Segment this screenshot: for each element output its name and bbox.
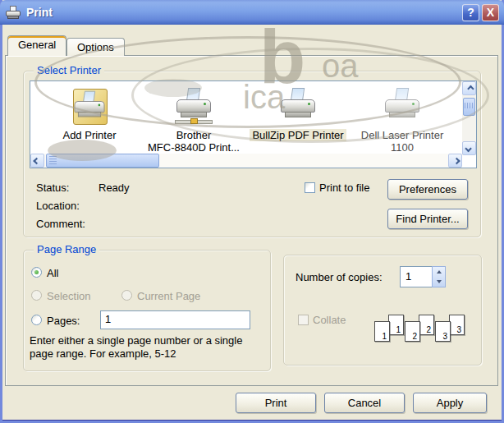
printer-item-label: Add Printer [40, 129, 139, 141]
pages-input[interactable]: 1 [100, 310, 250, 329]
pages-radio-label[interactable]: Pages: [47, 315, 80, 327]
hscroll-thumb[interactable] [46, 154, 159, 168]
scroll-right-button[interactable] [448, 154, 462, 168]
collate-pages-icon: 2 2 [405, 315, 434, 344]
current-page-radio [121, 290, 132, 301]
vscroll-thumb[interactable] [463, 98, 475, 116]
preferences-button-label: Preferences [399, 183, 456, 195]
copies-spin-buttons [432, 266, 446, 287]
find-printer-button[interactable]: Find Printer... [387, 209, 468, 229]
comment-label: Comment: [36, 218, 85, 230]
printer-item-dell[interactable]: Dell Laser Printer 1100 [353, 87, 451, 155]
collate-checkbox [298, 315, 309, 325]
chevron-right-icon [453, 157, 460, 163]
printer-icon [383, 87, 422, 126]
print-to-file-checkbox[interactable] [305, 182, 315, 193]
find-printer-button-label: Find Printer... [396, 213, 459, 225]
tab-general[interactable]: General [7, 35, 66, 56]
selection-radio-label: Selection [47, 290, 90, 302]
print-dialog: Print ? X Options General Select Printer [0, 0, 504, 423]
chevron-left-icon [33, 157, 39, 163]
selection-radio [31, 290, 42, 301]
spin-down-button[interactable] [433, 277, 445, 287]
window-title: Print [26, 6, 460, 19]
apply-button-label: Apply [437, 397, 464, 409]
pages-radio[interactable] [31, 315, 42, 325]
tab-options[interactable]: Options [66, 38, 125, 56]
question-icon: ? [467, 6, 474, 19]
titlebar[interactable]: Print ? X [0, 0, 504, 25]
print-button[interactable]: Print [236, 393, 316, 413]
printer-list-vscrollbar[interactable] [462, 81, 476, 155]
printer-item-label: Dell Laser Printer 1100 [353, 129, 451, 154]
page-range-help-text: Enter either a single page number or a s… [30, 334, 266, 361]
printer-icon [5, 6, 21, 20]
pages-input-value: 1 [105, 313, 111, 325]
printer-list[interactable]: Add Printer Brother MFC-8840D Print... [30, 80, 477, 168]
preferences-button[interactable]: Preferences [387, 179, 468, 200]
arrow-down-icon [437, 280, 442, 283]
printer-item-add-printer[interactable]: Add Printer [40, 87, 139, 155]
copies-spinner[interactable]: 1 [400, 266, 446, 287]
help-button[interactable]: ? [462, 4, 479, 21]
all-radio[interactable] [31, 267, 42, 278]
add-printer-icon [70, 87, 109, 126]
close-icon: X [487, 6, 494, 19]
printer-icon [278, 87, 318, 126]
close-button[interactable]: X [482, 4, 499, 21]
page-range-caption: Page Range [34, 243, 99, 255]
status-label: Status: [36, 182, 69, 194]
status-value: Ready [99, 182, 130, 194]
printer-item-label-selected: BullZip PDF Printer [249, 129, 347, 141]
location-label: Location: [36, 200, 80, 212]
cancel-button-label: Cancel [348, 397, 381, 409]
network-printer-icon [174, 87, 213, 126]
chevron-up-icon [467, 85, 474, 91]
collate-label: Collate [313, 314, 346, 326]
tab-options-label: Options [77, 41, 114, 53]
tab-general-label: General [18, 39, 56, 51]
number-of-copies-label: Number of copies: [296, 271, 383, 283]
cancel-button[interactable]: Cancel [324, 393, 405, 413]
apply-button[interactable]: Apply [413, 393, 487, 413]
current-page-radio-label: Current Page [137, 290, 200, 302]
collate-pages-icon: 3 3 [435, 315, 465, 344]
printer-item-label: Brother MFC-8840D Print... [144, 129, 243, 154]
chevron-down-icon [465, 145, 471, 151]
printer-list-hscrollbar[interactable] [30, 154, 462, 168]
print-button-label: Print [265, 397, 287, 409]
arrow-up-icon [437, 270, 442, 274]
scroll-left-button[interactable] [30, 154, 44, 168]
select-printer-caption: Select Printer [34, 64, 104, 76]
printer-item-bullzip-selected[interactable]: BullZip PDF Printer [249, 87, 347, 155]
spin-up-button[interactable] [433, 267, 445, 277]
scroll-down-button[interactable] [462, 141, 476, 155]
copies-value[interactable]: 1 [400, 266, 433, 287]
printer-list-items: Add Printer Brother MFC-8840D Print... [30, 81, 462, 155]
print-to-file-label: Print to file [319, 182, 369, 194]
collate-pages-icon: 1 1 [374, 315, 404, 344]
printer-item-brother[interactable]: Brother MFC-8840D Print... [144, 87, 243, 155]
scroll-up-button[interactable] [462, 81, 476, 95]
all-radio-label[interactable]: All [47, 267, 58, 279]
